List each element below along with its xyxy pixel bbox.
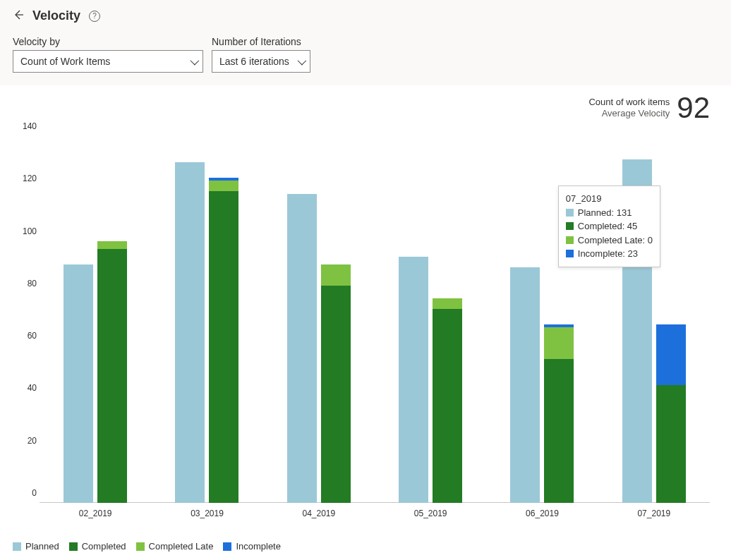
bar-completion-stack <box>656 324 686 503</box>
swatch-icon <box>566 222 574 230</box>
swatch-icon <box>136 542 145 551</box>
y-tick: 60 <box>13 331 37 341</box>
y-tick: 120 <box>13 174 37 183</box>
swatch-icon <box>566 236 574 244</box>
tooltip-row: Completed: 45 <box>566 219 653 233</box>
chart-tooltip: 07_2019 Planned: 131Completed: 45Complet… <box>558 185 660 267</box>
bar-completion-stack <box>433 298 462 503</box>
bar-completion-stack <box>544 324 574 503</box>
y-tick: 100 <box>13 226 37 236</box>
y-tick: 40 <box>13 383 37 393</box>
tooltip-text: Planned: 131 <box>578 206 632 220</box>
chart-category: 05_2019 <box>375 136 486 503</box>
iterations-dropdown[interactable]: Last 6 iterations <box>212 50 310 73</box>
x-label: 04_2019 <box>263 509 375 518</box>
legend-item: Incomplete <box>223 541 281 552</box>
bar-planned <box>287 194 317 503</box>
bar-completion-stack <box>97 241 127 503</box>
y-tick: 0 <box>13 488 37 498</box>
x-label: 07_2019 <box>598 509 710 518</box>
tooltip-row: Completed Late: 0 <box>566 233 653 248</box>
velocity-chart: 020406080100120140 02_201903_201904_2019… <box>40 136 710 517</box>
bar-completion-stack <box>321 264 351 503</box>
y-tick: 140 <box>13 121 37 131</box>
legend-label: Completed <box>82 541 126 552</box>
legend-label: Planned <box>25 541 59 552</box>
bar-planned <box>64 264 93 503</box>
swatch-icon <box>223 542 231 551</box>
tooltip-text: Incomplete: 23 <box>578 247 638 261</box>
x-label: 06_2019 <box>486 509 598 518</box>
y-tick: 20 <box>13 436 37 446</box>
velocity-by-dropdown[interactable]: Count of Work Items <box>13 50 203 73</box>
iterations-value: Last 6 iterations <box>219 56 289 67</box>
x-label: 05_2019 <box>375 509 486 518</box>
chart-category: 03_2019 <box>151 136 262 503</box>
velocity-by-value: Count of Work Items <box>20 56 110 67</box>
tooltip-title: 07_2019 <box>566 192 653 206</box>
x-label: 02_2019 <box>40 509 151 518</box>
help-icon[interactable]: ? <box>89 11 100 22</box>
legend-label: Completed Late <box>149 541 214 552</box>
chevron-down-icon <box>191 56 197 67</box>
summary-block: Count of work items Average Velocity 92 <box>588 91 710 125</box>
page-title: Velocity <box>32 8 80 23</box>
bar-planned <box>510 267 540 503</box>
summary-line1: Count of work items <box>588 97 670 108</box>
bar-planned <box>175 162 205 503</box>
swatch-icon <box>566 250 574 257</box>
y-tick: 80 <box>13 279 37 288</box>
legend-item: Planned <box>13 541 59 552</box>
chevron-down-icon <box>298 56 304 67</box>
chart-legend: PlannedCompletedCompleted LateIncomplete <box>13 541 718 552</box>
velocity-by-label: Velocity by <box>13 36 203 47</box>
summary-value: 92 <box>677 91 710 125</box>
tooltip-text: Completed Late: 0 <box>578 233 653 248</box>
tooltip-text: Completed: 45 <box>578 219 638 233</box>
legend-label: Incomplete <box>236 541 281 552</box>
legend-item: Completed Late <box>136 541 214 552</box>
tooltip-row: Incomplete: 23 <box>566 247 653 261</box>
swatch-icon <box>69 542 78 551</box>
chart-category: 04_2019 <box>263 136 375 503</box>
chart-category: 02_2019 <box>40 136 151 503</box>
x-label: 03_2019 <box>151 509 262 518</box>
bar-planned <box>399 257 428 503</box>
iterations-label: Number of Iterations <box>212 36 310 47</box>
swatch-icon <box>566 209 574 217</box>
back-icon[interactable] <box>13 9 24 23</box>
bar-completion-stack <box>209 178 238 503</box>
summary-line2: Average Velocity <box>588 108 670 119</box>
tooltip-row: Planned: 131 <box>566 206 653 220</box>
swatch-icon <box>13 542 21 551</box>
legend-item: Completed <box>69 541 126 552</box>
